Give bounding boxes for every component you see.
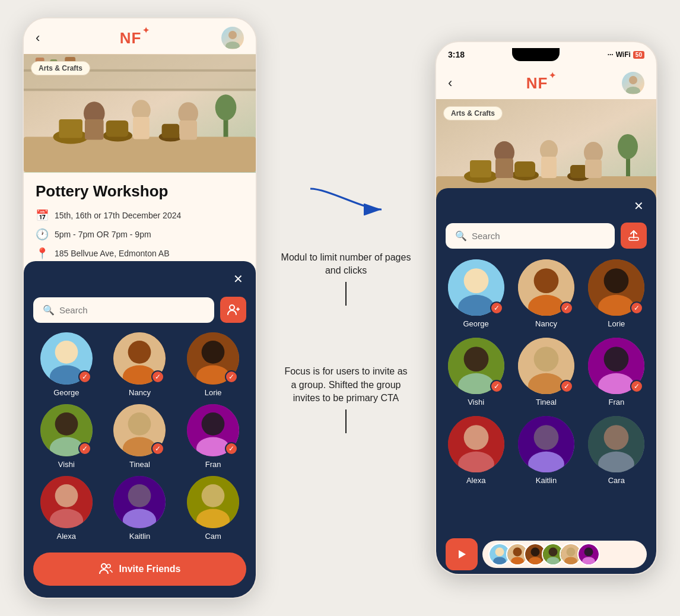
battery-icon: 50 — [633, 51, 644, 59]
wifi-icon: WiFi — [616, 50, 631, 59]
friend-name: Lorie — [608, 319, 625, 328]
friend-item[interactable]: Alexa — [33, 476, 100, 541]
friend-item[interactable]: ✓ Lorie — [180, 332, 246, 397]
right-close-button[interactable]: ✕ — [630, 198, 647, 214]
location-text: 185 Bellvue Ave, Edmonton AB — [55, 249, 170, 258]
search-input[interactable] — [59, 305, 205, 315]
friend-name: Tineal — [536, 398, 557, 407]
friend-item[interactable]: ✓ Tineal — [516, 338, 576, 407]
friend-avatar[interactable]: ✓ — [448, 338, 504, 394]
friend-item[interactable]: ✓ Tineal — [107, 404, 173, 469]
svg-rect-7 — [106, 120, 129, 137]
time-row: 🕐 5pm - 7pm OR 7pm - 9pm — [36, 228, 244, 241]
friend-name: Nancy — [535, 319, 557, 328]
friend-item[interactable]: ✓ Fran — [180, 404, 246, 469]
date-row: 📅 15th, 16th or 17th December 2024 — [36, 209, 244, 222]
check-icon: ✓ — [78, 442, 91, 455]
right-invite-play-button[interactable] — [446, 538, 478, 570]
svg-point-98 — [534, 425, 559, 450]
check-icon: ✓ — [490, 380, 503, 393]
friend-item[interactable]: ✓ George — [446, 259, 506, 328]
right-avatar[interactable] — [622, 72, 644, 94]
right-share-button[interactable] — [621, 223, 647, 249]
check-icon: ✓ — [630, 301, 643, 315]
right-search-input[interactable] — [472, 231, 605, 241]
right-hero-image: Arts & Crafts — [436, 99, 656, 212]
svg-point-89 — [534, 347, 559, 371]
svg-point-83 — [604, 268, 629, 293]
right-back-button[interactable]: ‹ — [448, 75, 452, 91]
svg-point-95 — [463, 425, 488, 450]
svg-point-49 — [128, 484, 151, 507]
right-category-badge: Arts & Crafts — [443, 106, 503, 120]
friend-avatar[interactable] — [518, 416, 574, 472]
avatar[interactable] — [221, 27, 244, 49]
spark-icon: ✦ — [142, 26, 150, 35]
friend-avatar[interactable]: ✓ — [588, 259, 644, 316]
friend-avatar[interactable]: ✓ — [588, 338, 644, 394]
sheet-header: ✕ — [33, 271, 246, 287]
friend-name: Cara — [608, 476, 625, 485]
annotation-2: Focus is for users to invite as a group.… — [281, 365, 411, 405]
check-icon: ✓ — [225, 442, 238, 455]
friend-item[interactable]: Kaitlin — [107, 476, 173, 541]
right-friends-grid: ✓ George ✓ Nancy ✓ Lorie ✓ Vishi — [446, 259, 647, 485]
friend-item[interactable]: Cam — [180, 476, 246, 541]
friend-item[interactable]: Alexa — [446, 416, 506, 485]
check-icon: ✓ — [630, 380, 643, 393]
back-button[interactable]: ‹ — [36, 30, 40, 46]
invited-avatars — [482, 541, 647, 568]
friend-name: Vishi — [58, 460, 75, 469]
calendar-icon: 📅 — [36, 209, 49, 222]
check-icon: ✓ — [490, 301, 503, 315]
hero-image: Arts & Crafts — [24, 54, 256, 173]
friend-avatar[interactable] — [448, 416, 504, 472]
svg-point-114 — [549, 547, 558, 556]
friend-avatar[interactable]: ✓ — [40, 332, 93, 385]
left-phone-header: ‹ NF ✦ — [24, 18, 256, 54]
friend-avatar[interactable] — [40, 476, 93, 528]
right-search-box: 🔍 — [446, 223, 615, 249]
invite-friends-button[interactable]: Invite Friends — [33, 553, 246, 586]
svg-point-28 — [55, 341, 78, 364]
friend-item[interactable]: Kaitlin — [516, 416, 576, 485]
friend-name: Nancy — [129, 388, 151, 397]
friend-item[interactable]: ✓ Vishi — [33, 404, 100, 469]
friend-avatar[interactable]: ✓ — [448, 259, 504, 316]
svg-point-57 — [629, 76, 637, 84]
friend-item[interactable]: ✓ Lorie — [586, 259, 647, 328]
friend-avatar[interactable]: ✓ — [187, 332, 239, 385]
friend-item[interactable]: Cara — [586, 416, 647, 485]
arrow-area — [304, 183, 387, 215]
friend-avatar[interactable]: ✓ — [518, 259, 574, 316]
friend-item[interactable]: ✓ Vishi — [446, 338, 506, 407]
friend-avatar[interactable] — [187, 476, 239, 528]
friend-avatar[interactable]: ✓ — [113, 404, 166, 456]
friend-avatar[interactable] — [588, 416, 644, 472]
notch — [512, 48, 560, 61]
svg-rect-74 — [585, 160, 602, 178]
clock-icon: 🕐 — [36, 228, 49, 241]
friend-avatar[interactable] — [113, 476, 166, 528]
add-friend-button[interactable] — [220, 297, 246, 323]
svg-point-92 — [604, 347, 629, 371]
close-button[interactable]: ✕ — [230, 271, 246, 287]
svg-point-68 — [618, 134, 638, 159]
svg-point-43 — [202, 412, 225, 436]
check-icon: ✓ — [151, 370, 164, 383]
friend-item[interactable]: ✓ George — [33, 332, 100, 397]
friend-avatar[interactable]: ✓ — [518, 338, 574, 394]
friend-avatar[interactable]: ✓ — [187, 404, 239, 456]
friend-avatar[interactable]: ✓ — [40, 404, 93, 456]
check-icon: ✓ — [560, 380, 573, 393]
friend-item[interactable]: ✓ Nancy — [107, 332, 173, 397]
friend-item[interactable]: ✓ Fran — [586, 338, 647, 407]
check-icon: ✓ — [151, 442, 164, 455]
svg-rect-75 — [629, 237, 638, 240]
svg-point-34 — [202, 341, 225, 364]
svg-point-120 — [584, 547, 593, 556]
friend-avatar[interactable]: ✓ — [113, 332, 166, 385]
friend-item[interactable]: ✓ Nancy — [516, 259, 576, 328]
svg-point-55 — [107, 564, 110, 568]
middle-section: Modul to limit number of pages and click… — [281, 183, 411, 434]
